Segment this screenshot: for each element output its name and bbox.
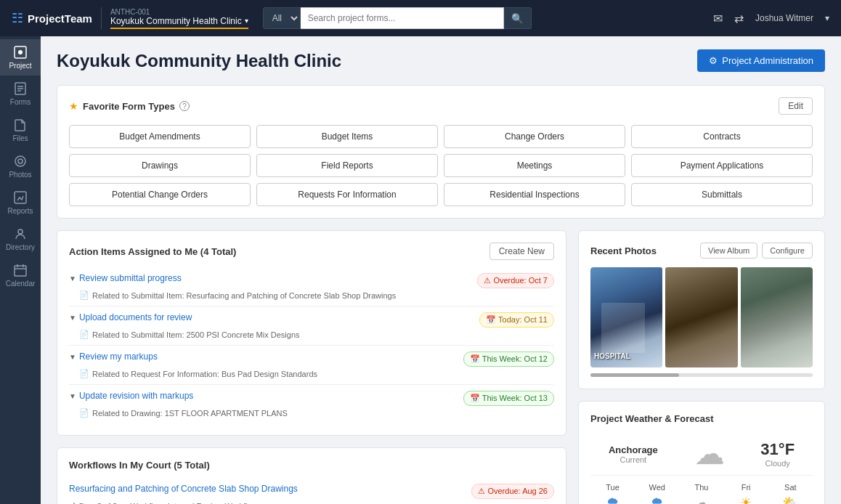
svg-point-6 bbox=[15, 156, 25, 166]
action-item-sub-4: 📄 Related to Drawing: 1ST FLOOR APARTMEN… bbox=[69, 408, 554, 418]
action-item-title-1[interactable]: Review submittal progress bbox=[79, 273, 182, 283]
action-item-sub-2: 📄 Related to Submittal Item: 2500 PSI Co… bbox=[69, 330, 554, 339]
forecast-day-wed: Wed 🌧 ★★☆ bbox=[647, 483, 667, 504]
favorite-forms-card: ★ Favorite Form Types ? Edit Budget Amen… bbox=[57, 85, 825, 219]
configure-button[interactable]: Configure bbox=[762, 243, 813, 259]
form-btn-budget-items[interactable]: Budget Items bbox=[256, 125, 438, 148]
action-item-title-3[interactable]: Review my markups bbox=[79, 351, 158, 362]
svg-point-9 bbox=[18, 229, 23, 234]
create-new-button[interactable]: Create New bbox=[489, 243, 554, 260]
sidebar-item-directory[interactable]: Directory bbox=[0, 221, 41, 257]
action-item-badge-2: 📅 Today: Oct 11 bbox=[479, 312, 554, 328]
action-item-title-4[interactable]: Update revision with markups bbox=[79, 391, 193, 401]
two-col-layout: Action Items Assigned to Me (4 Total) Cr… bbox=[57, 230, 825, 504]
sidebar-item-reports[interactable]: Reports bbox=[0, 184, 41, 221]
favorite-forms-header: ★ Favorite Form Types ? Edit bbox=[69, 97, 813, 115]
form-btn-contracts[interactable]: Contracts bbox=[631, 125, 813, 148]
form-btn-change-orders[interactable]: Change Orders bbox=[444, 125, 625, 148]
action-item: ▼ Upload documents for review 📅 Today: O… bbox=[69, 306, 554, 346]
chevron-down-icon: ▾ bbox=[245, 17, 248, 25]
form-btn-submittals[interactable]: Submittals bbox=[631, 183, 813, 206]
project-name-nav[interactable]: Koyukuk Community Health Clinic ▾ bbox=[110, 16, 248, 29]
workflows-card: Workflows In My Court (5 Total) Resurfac… bbox=[57, 447, 566, 504]
workflow-icon-1: ⇄ bbox=[69, 501, 76, 504]
project-code: ANTHC-001 bbox=[110, 8, 248, 16]
collapse-icon-4[interactable]: ▼ bbox=[69, 392, 76, 400]
star-icon: ★ bbox=[69, 100, 78, 112]
collapse-icon-2[interactable]: ▼ bbox=[69, 314, 76, 322]
directory-icon bbox=[13, 227, 28, 241]
search-button[interactable]: 🔍 bbox=[504, 7, 532, 29]
action-items-title: Action Items Assigned to Me (4 Total) bbox=[69, 246, 236, 257]
action-items-card: Action Items Assigned to Me (4 Total) Cr… bbox=[57, 230, 566, 436]
files-icon bbox=[13, 118, 28, 132]
collapse-icon-1[interactable]: ▼ bbox=[69, 275, 76, 283]
sidebar-item-photos[interactable]: Photos bbox=[0, 148, 41, 184]
photo-1[interactable]: HOSPITAL bbox=[590, 267, 662, 367]
sidebar-item-forms[interactable]: Forms bbox=[0, 76, 41, 112]
form-btn-residential-inspections[interactable]: Residential Inspections bbox=[444, 183, 625, 206]
action-item-sub-3: 📄 Related to Request For Information: Bu… bbox=[69, 369, 554, 378]
sidebar-item-calendar[interactable]: Calendar bbox=[0, 257, 41, 293]
forecast-day-tue: Tue 🌧 ★★☆ bbox=[603, 483, 622, 504]
workflow-badge-1: ⚠ Overdue: Aug 26 bbox=[471, 484, 554, 499]
workflows-header: Workflows In My Court (5 Total) bbox=[69, 460, 554, 471]
form-btn-potential-change-orders[interactable]: Potential Change Orders bbox=[69, 183, 251, 206]
logo[interactable]: ☷ ProjectTeam bbox=[12, 10, 92, 26]
photos-icon bbox=[13, 154, 28, 168]
action-item: ▼ Update revision with markups 📅 This We… bbox=[69, 385, 554, 423]
logo-icon: ☷ bbox=[12, 10, 23, 26]
svg-point-1 bbox=[18, 50, 23, 54]
search-filter-select[interactable]: All bbox=[263, 7, 301, 29]
form-btn-drawings[interactable]: Drawings bbox=[69, 154, 251, 177]
nav-right: ✉ ⇄ Joshua Witmer ▾ bbox=[713, 12, 829, 25]
photos-scroll-bar[interactable] bbox=[590, 373, 813, 377]
forms-icon bbox=[13, 81, 28, 96]
action-item-badge-3: 📅 This Week: Oct 12 bbox=[463, 351, 554, 367]
photos-header: Recent Photos View Album Configure bbox=[590, 243, 813, 259]
view-album-button[interactable]: View Album bbox=[700, 243, 757, 259]
weather-current-label: Current bbox=[620, 455, 647, 464]
workflows-title: Workflows In My Court (5 Total) bbox=[69, 460, 210, 471]
top-nav: ☷ ProjectTeam ANTHC-001 Koyukuk Communit… bbox=[0, 0, 841, 36]
notifications-icon[interactable]: ✉ bbox=[713, 12, 723, 25]
form-btn-meetings[interactable]: Meetings bbox=[444, 154, 625, 177]
right-col: Recent Photos View Album Configure HOSPI… bbox=[578, 230, 825, 504]
project-icon bbox=[13, 45, 28, 60]
page-title: Koyukuk Community Health Clinic bbox=[57, 51, 341, 71]
sidebar: Project Forms Files Photos Reports Direc… bbox=[0, 36, 41, 504]
photos-grid: HOSPITAL bbox=[590, 267, 813, 367]
form-btn-rfi[interactable]: Requests For Information bbox=[256, 183, 438, 206]
form-btn-field-reports[interactable]: Field Reports bbox=[256, 154, 438, 177]
svg-point-7 bbox=[18, 159, 23, 163]
logo-text: ProjectTeam bbox=[28, 12, 92, 25]
favorite-forms-title: Favorite Form Types bbox=[83, 101, 175, 112]
workflow-sub-1: ⇄ Step 2 of 3 on Workflow: Internal Revi… bbox=[69, 501, 554, 504]
project-admin-button[interactable]: ⚙ Project Administration bbox=[697, 49, 825, 72]
sidebar-item-files[interactable]: Files bbox=[0, 112, 41, 148]
action-item-title-2[interactable]: Upload documents for review bbox=[79, 312, 192, 322]
share-icon[interactable]: ⇄ bbox=[734, 12, 744, 25]
action-item-badge-4: 📅 This Week: Oct 13 bbox=[463, 391, 554, 406]
forecast-day-label: Tue bbox=[606, 483, 619, 492]
user-name[interactable]: Joshua Witmer bbox=[755, 13, 813, 23]
workflow-title-1[interactable]: Resurfacing and Patching of Concrete Sla… bbox=[69, 484, 466, 494]
action-item: ▼ Review my markups 📅 This Week: Oct 12 … bbox=[69, 346, 554, 385]
doc-icon-3: 📄 bbox=[79, 369, 89, 378]
search-input[interactable] bbox=[301, 7, 504, 29]
reports-icon bbox=[13, 190, 28, 205]
help-icon[interactable]: ? bbox=[179, 101, 190, 111]
left-col: Action Items Assigned to Me (4 Total) Cr… bbox=[57, 230, 566, 504]
edit-button[interactable]: Edit bbox=[779, 97, 813, 115]
action-item-sub-1: 📄 Related to Submittal Item: Resurfacing… bbox=[69, 290, 554, 300]
user-chevron-icon: ▾ bbox=[825, 13, 829, 23]
collapse-icon-3[interactable]: ▼ bbox=[69, 353, 76, 361]
form-btn-budget-amendments[interactable]: Budget Amendments bbox=[69, 125, 251, 148]
photo-2[interactable] bbox=[665, 267, 737, 367]
project-info: ANTHC-001 Koyukuk Community Health Clini… bbox=[110, 8, 248, 29]
svg-rect-10 bbox=[15, 266, 26, 276]
sidebar-item-project[interactable]: Project bbox=[0, 39, 41, 76]
form-btn-payment-applications[interactable]: Payment Applications bbox=[631, 154, 813, 177]
gear-icon: ⚙ bbox=[709, 55, 718, 66]
form-type-grid: Budget Amendments Budget Items Change Or… bbox=[69, 125, 813, 206]
